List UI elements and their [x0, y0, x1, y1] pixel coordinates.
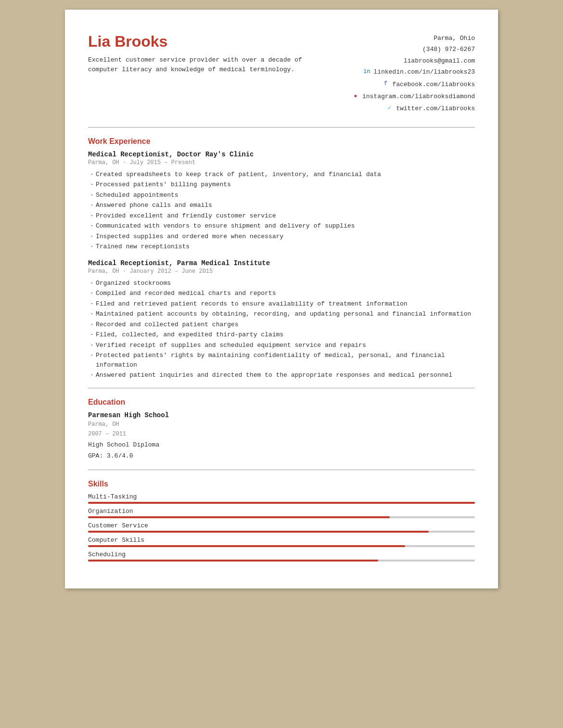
skill-bar-background [88, 502, 475, 504]
list-item: Recorded and collected patient charges [88, 320, 475, 330]
list-item: Processed patients' billing payments [88, 180, 475, 190]
skills-title: Skills [88, 480, 475, 488]
list-item: Inspected supplies and ordered more when… [88, 232, 475, 242]
twitter-icon: ✓ [385, 105, 393, 113]
list-item: Organized stockrooms [88, 279, 475, 288]
list-item: Verified receipt of supplies and schedul… [88, 341, 475, 350]
job-1-title: Medical Receptionist, Doctor Ray's Clini… [88, 151, 475, 158]
work-experience-title: Work Experience [88, 137, 475, 146]
skill-row: Customer Service [88, 522, 475, 533]
skill-row: Organization [88, 508, 475, 518]
candidate-name: Lia Brooks [88, 33, 319, 51]
list-item: Filed and retrieved patient records to e… [88, 299, 475, 309]
job-2: Medical Receptionist, Parma Medical Inst… [88, 259, 475, 380]
school-location: Parma, OH [88, 420, 475, 429]
list-item: Created spreadsheets to keep track of pa… [88, 170, 475, 179]
school-gpa: GPA: 3.6/4.0 [88, 450, 475, 461]
work-experience-section: Work Experience Medical Receptionist, Do… [88, 137, 475, 380]
instagram-url: instagram.com/liabrooksdiamond [362, 91, 475, 102]
header-divider [88, 127, 475, 128]
skill-bar-background [88, 560, 475, 562]
skill-row: Computer Skills [88, 536, 475, 547]
school-name: Parmesan High School [88, 411, 475, 419]
header-left: Lia Brooks Excellent customer service pr… [88, 33, 319, 74]
job-1-meta: Parma, OH · July 2015 – Present [88, 159, 475, 166]
skill-name: Scheduling [88, 551, 475, 558]
skill-bar-background [88, 531, 475, 533]
school-degree: High School Diploma [88, 439, 475, 450]
skill-row: Scheduling [88, 551, 475, 562]
skills-section: Skills Multi-TaskingOrganizationCustomer… [88, 480, 475, 562]
email: liabrooks@gmail.com [352, 55, 475, 66]
education-divider [88, 388, 475, 388]
job-2-meta: Parma, OH · January 2012 – June 2015 [88, 268, 475, 275]
skill-name: Customer Service [88, 522, 475, 529]
facebook-row: f facebook.com/liabrooks [352, 79, 475, 90]
skill-row: Multi-Tasking [88, 493, 475, 504]
linkedin-row: in linkedin.com/in/liabrooks23 [352, 66, 475, 77]
education-section: Education Parmesan High School Parma, OH… [88, 398, 475, 462]
skill-bar-fill [88, 545, 405, 547]
skill-bar-fill [88, 560, 378, 562]
skills-divider [88, 470, 475, 470]
skill-bar-fill [88, 531, 429, 533]
candidate-summary: Excellent customer service provider with… [88, 55, 319, 74]
twitter-url: twitter.com/liabrooks [396, 103, 475, 114]
twitter-row: ✓ twitter.com/liabrooks [352, 103, 475, 114]
skill-bar-background [88, 516, 475, 518]
list-item: Answered phone calls and emails [88, 201, 475, 210]
location: Parma, Ohio [352, 33, 475, 44]
phone: (348) 972-6267 [352, 44, 475, 55]
header-section: Lia Brooks Excellent customer service pr… [88, 33, 475, 115]
header-right: Parma, Ohio (348) 972-6267 liabrooks@gma… [352, 33, 475, 115]
education-title: Education [88, 398, 475, 407]
facebook-icon: f [382, 80, 389, 88]
job-1-bullets: Created spreadsheets to keep track of pa… [88, 170, 475, 252]
skill-bar-fill [88, 516, 390, 518]
skill-bar-fill [88, 502, 475, 504]
job-2-bullets: Organized stockroomsCompiled and recorde… [88, 279, 475, 380]
instagram-icon: ● [352, 93, 359, 101]
list-item: Communicated with vendors to ensure ship… [88, 221, 475, 231]
skill-name: Computer Skills [88, 536, 475, 544]
list-item: Answered patient inquiries and directed … [88, 370, 475, 380]
resume-document: Lia Brooks Excellent customer service pr… [65, 10, 498, 588]
list-item: Protected patients' rights by maintainin… [88, 351, 475, 370]
facebook-url: facebook.com/liabrooks [392, 79, 475, 90]
skills-container: Multi-TaskingOrganizationCustomer Servic… [88, 493, 475, 562]
linkedin-icon: in [363, 68, 371, 76]
list-item: Filed, collected, and expedited third-pa… [88, 330, 475, 340]
job-2-title: Medical Receptionist, Parma Medical Inst… [88, 259, 475, 267]
skill-name: Organization [88, 508, 475, 515]
skill-name: Multi-Tasking [88, 493, 475, 500]
job-1: Medical Receptionist, Doctor Ray's Clini… [88, 151, 475, 252]
list-item: Trained new receptionists [88, 242, 475, 252]
linkedin-url: linkedin.com/in/liabrooks23 [373, 66, 475, 77]
list-item: Compiled and recorded medical charts and… [88, 289, 475, 298]
list-item: Scheduled appointments [88, 191, 475, 200]
skill-bar-background [88, 545, 475, 547]
school-years: 2007 – 2011 [88, 430, 475, 438]
list-item: Maintained patient accounts by obtaining… [88, 309, 475, 319]
list-item: Provided excellent and friendly customer… [88, 211, 475, 221]
instagram-row: ● instagram.com/liabrooksdiamond [352, 91, 475, 102]
